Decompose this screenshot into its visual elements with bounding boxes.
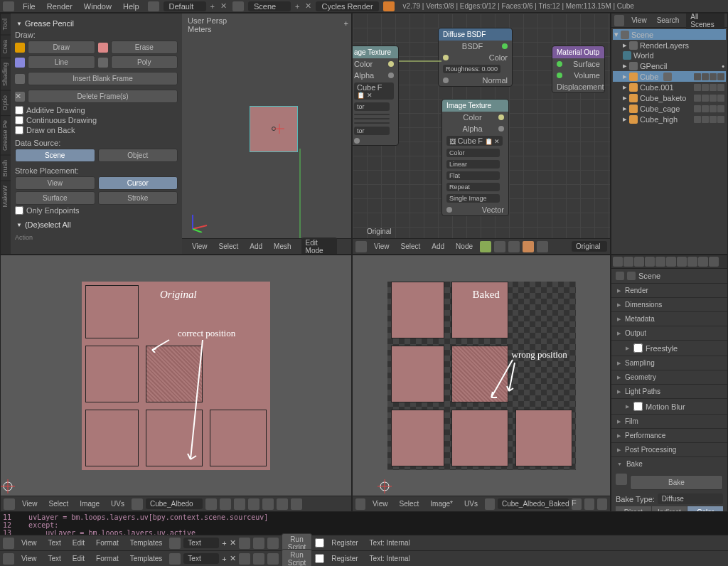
node-diffuse-bsdf[interactable]: Diffuse BSDF BSDF Color Roughness: 0.000… [438,28,513,87]
text-add[interactable]: + [222,555,226,563]
tree-row-cube[interactable]: ▸Cube [613,71,726,82]
text-remove[interactable]: ✕ [230,538,236,548]
tab-tool[interactable]: Tool [1,14,11,35]
txt2-text-menu[interactable]: Text [44,553,65,564]
txt-edit-menu[interactable]: Edit [68,538,89,548]
register-check-2[interactable] [315,554,324,563]
view-button[interactable]: View [15,176,95,190]
tab-layers-icon[interactable] [623,257,633,267]
panel-lightpaths[interactable]: Light Paths [611,384,727,398]
menu-render[interactable]: Render [41,2,78,11]
line-button[interactable]: Line [28,55,95,69]
f-icon[interactable]: F [572,498,582,510]
vp-select-menu[interactable]: Select [215,241,243,252]
image-browse-icon[interactable] [132,498,143,510]
tab-render-icon[interactable] [613,257,623,267]
tree-row-cube001[interactable]: ▸Cube.001 [613,82,726,92]
panel-output[interactable]: Output [611,326,727,340]
ne-node-menu[interactable]: Node [451,241,477,252]
continuous-check[interactable]: Continuous Drawing [15,116,178,124]
world-icon[interactable] [537,241,548,252]
tree-row-high[interactable]: ▸Cube_high [613,114,726,124]
ne-view-menu[interactable]: View [370,241,394,252]
tab-scene-icon[interactable] [634,257,644,267]
tab-object-icon[interactable] [655,257,665,267]
panel-freestyle[interactable]: Freestyle [611,340,727,356]
pin-icon[interactable] [205,498,217,510]
image-name-field[interactable]: Cube_Albedo_Baked [498,498,569,509]
bake-button[interactable]: Bake [630,475,723,490]
panel-film[interactable]: Film [611,414,727,428]
opt-linear[interactable]: Linear [446,160,500,169]
opt-repeat[interactable] [354,122,390,124]
uv-view-menu[interactable]: View [18,498,42,509]
text-browse-icon[interactable] [169,553,181,565]
pin-icon[interactable] [597,498,607,510]
uv-image-menu[interactable]: Image [75,498,104,509]
color-toggle[interactable]: Color [687,506,723,512]
x-icon[interactable] [584,498,594,510]
wordwrap-icon[interactable] [253,553,264,565]
engine-selector[interactable]: Cycles Render [316,1,378,11]
snap-icon[interactable] [248,498,259,510]
text-name-field[interactable]: Text [183,538,219,548]
panel-geometry[interactable]: Geometry [611,370,727,384]
editor-type-icon[interactable] [3,553,14,565]
uv-editor-left[interactable]: Original correct position View Select Im… [0,255,352,512]
tab-constraint-icon[interactable] [666,257,676,267]
tree-row-baketo[interactable]: ▸Cube_baketo [613,92,726,103]
node-image-texture[interactable]: Image Texture Color Alpha 🖼 Cube F 📋 ✕ C… [441,99,509,216]
panel-motionblur[interactable]: Motion Blur [611,398,727,414]
text-name-field-2[interactable]: Text [183,553,219,564]
text-browse-icon[interactable] [169,538,181,549]
panel-performance[interactable]: Performance [611,428,727,442]
panel-sampling[interactable]: Sampling [611,356,727,370]
baketype-selector[interactable]: Diffuse [658,493,723,504]
drawonback-check[interactable]: Draw on Back [15,126,178,134]
panel-dimensions[interactable]: Dimensions [611,297,727,311]
sync-icon[interactable] [262,498,274,510]
txt-view-menu[interactable]: View [17,538,41,548]
panel-render[interactable]: Render [611,283,727,297]
uv-select-menu[interactable]: Select [45,498,73,509]
scene-remove[interactable]: ✕ [302,1,314,11]
menu-file[interactable]: File [17,2,41,11]
tree-row-gpencil[interactable]: ▸GPencil• [613,60,726,71]
linenumbers-icon[interactable] [239,538,250,549]
pin-icon[interactable] [616,272,624,280]
txt2-view-menu[interactable]: View [17,553,41,564]
stroke-button[interactable]: Stroke [98,191,178,205]
opt-flat[interactable] [354,118,390,119]
tab-texture-icon[interactable] [709,257,719,267]
tab-material-icon[interactable] [698,257,708,267]
x-icon[interactable] [220,498,231,510]
syntax-icon[interactable] [267,538,279,549]
text-add[interactable]: + [222,539,226,548]
tab-modifier-icon[interactable] [677,257,687,267]
row-toggles[interactable] [694,95,724,102]
layout-add[interactable]: + [208,2,218,11]
opt-single[interactable]: tor [354,127,390,135]
out-display-mode[interactable]: All Scenes [686,13,724,30]
opt-linear[interactable] [354,114,390,115]
tree-row-renderlayers[interactable]: ▸RenderLayers [613,40,726,50]
scene-add[interactable]: + [292,2,302,11]
layout-selector[interactable]: Default [164,1,206,11]
image-name-field[interactable]: Cube_Albedo [146,498,203,509]
text-editor[interactable]: 11 uvLayer = bm.loops.layers.uv[bpy.cont… [0,512,728,535]
ne-add-menu[interactable]: Add [427,241,449,252]
cursor-button[interactable]: Cursor [98,176,178,190]
tab-data-icon[interactable] [687,257,697,267]
selmode-icon[interactable] [277,498,288,510]
tab-shading[interactable]: Shading [1,58,11,90]
vp-mesh-menu[interactable]: Mesh [269,241,295,252]
layout-icon[interactable] [148,1,159,11]
editor-type-icon[interactable] [614,15,624,26]
pin-icon[interactable] [508,241,520,252]
grease-panel-header[interactable]: Grease Pencil [15,16,178,31]
vp-add-menu[interactable]: Add [245,241,267,252]
row-toggles[interactable] [694,116,724,123]
tree-row-scene[interactable]: ▾Scene [613,29,726,40]
sticky-icon[interactable] [291,498,302,510]
opt-repeat[interactable]: Repeat [446,183,500,191]
